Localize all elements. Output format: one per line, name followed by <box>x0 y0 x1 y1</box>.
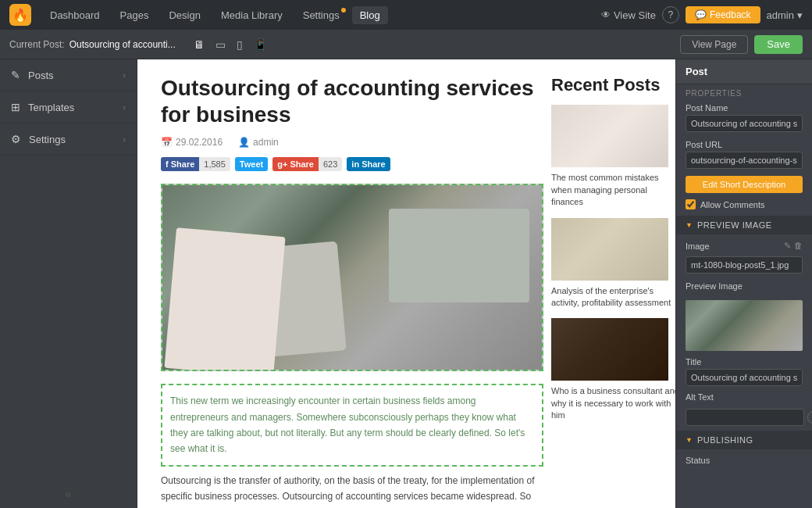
tablet-portrait-icon[interactable]: ▯ <box>234 36 245 53</box>
alt-text-label: Alt Text <box>686 392 803 402</box>
recent-posts-column: Recent Posts The most common mistakes wh… <box>551 75 675 508</box>
blog-content-area: Outsourcing of accounting services for b… <box>137 59 675 508</box>
facebook-share-button[interactable]: f Share 1,585 <box>161 157 230 171</box>
preview-image-label: Preview Image <box>686 281 803 291</box>
current-post-label: Current Post: <box>9 39 65 50</box>
alt-text-input[interactable] <box>686 409 804 426</box>
image-filename-row <box>676 252 812 277</box>
view-page-button[interactable]: View Page <box>680 35 748 54</box>
post-name-label: Post Name <box>686 103 803 113</box>
right-properties-panel: Post PROPERTIES Post Name Post URL Edit … <box>675 59 812 508</box>
alt-text-row: Alt Text <box>676 389 812 407</box>
chevron-down-icon: ▼ <box>686 221 693 229</box>
preview-image-thumbnail <box>686 300 803 351</box>
keyboard-visual <box>389 209 529 302</box>
help-button[interactable]: ? <box>662 6 679 23</box>
current-post-title: Outsourcing of accounti... <box>69 39 176 50</box>
mobile-icon[interactable]: 📱 <box>251 36 269 53</box>
blog-date: 📅 29.02.2016 <box>161 137 223 148</box>
user-icon: 👤 <box>238 137 250 148</box>
sub-navigation: Current Post: Outsourcing of accounti...… <box>0 30 812 59</box>
publishing-label: PUBLISHING <box>697 435 753 445</box>
speech-icon: 💬 <box>695 9 707 20</box>
publishing-toggle[interactable]: ▼ PUBLISHING <box>676 431 812 449</box>
recent-post-image <box>551 318 668 381</box>
allow-comments-row: Allow Comments <box>676 196 812 213</box>
preview-image-label-row: Preview Image <box>676 277 812 297</box>
title-label: Title <box>686 357 803 367</box>
title-input[interactable] <box>686 369 803 386</box>
device-icons: 🖥 ▭ ▯ 📱 <box>191 36 269 53</box>
admin-menu[interactable]: admin ▾ <box>767 9 803 21</box>
settings-badge <box>341 8 346 13</box>
nav-pages[interactable]: Pages <box>112 6 157 24</box>
image-label-row: Image ✎ 🗑 <box>676 238 812 252</box>
post-name-input[interactable] <box>686 115 803 132</box>
nav-media-library[interactable]: Media Library <box>213 6 290 24</box>
templates-icon: ⊞ <box>11 101 20 113</box>
allow-comments-checkbox[interactable] <box>686 199 696 209</box>
blog-title: Outsourcing of accounting services for b… <box>161 75 543 127</box>
list-item: Who is a business consultant and why it … <box>551 318 675 421</box>
preview-image-toggle[interactable]: ▼ PREVIEW IMAGE <box>676 216 812 234</box>
alt-text-input-row: ? <box>676 407 812 428</box>
publishing-section: ▼ PUBLISHING <box>676 431 812 449</box>
sidebar-item-posts[interactable]: ✎ Posts › <box>0 59 137 91</box>
sidebar-item-templates[interactable]: ⊞ Templates › <box>0 91 137 123</box>
feedback-button[interactable]: 💬 Feedback <box>686 6 760 23</box>
calendar-icon: 📅 <box>161 137 173 148</box>
properties-section-label: PROPERTIES <box>676 84 812 99</box>
blog-body-text: Outsourcing is the transfer of authority… <box>161 473 543 508</box>
edit-image-icon[interactable]: ✎ <box>784 241 791 251</box>
linkedin-share-button[interactable]: in Share <box>347 157 390 171</box>
chevron-right-icon: › <box>123 134 126 144</box>
view-site-button[interactable]: 👁 View Site <box>601 9 656 21</box>
li-label: in Share <box>347 157 390 171</box>
googleplus-share-button[interactable]: g+ Share 623 <box>272 157 342 171</box>
image-label: Image <box>686 241 710 251</box>
gp-label: g+ Share <box>272 157 319 171</box>
blog-author: 👤 admin <box>238 137 279 148</box>
chevron-right-icon: › <box>123 70 126 80</box>
title-row: Title <box>676 354 812 389</box>
post-url-input[interactable] <box>686 152 803 169</box>
sidebar-item-settings[interactable]: ⚙ Settings › <box>0 123 137 156</box>
app-logo: 🔥 <box>9 4 31 26</box>
notebook-visual <box>164 227 285 371</box>
eye-icon: 👁 <box>601 9 611 20</box>
recent-post-text: Analysis of the enterprise's activity, p… <box>551 285 675 309</box>
tablet-landscape-icon[interactable]: ▭ <box>213 36 228 53</box>
nav-design[interactable]: Design <box>161 6 208 24</box>
alt-text-help-icon[interactable]: ? <box>807 411 812 424</box>
edit-short-description-button[interactable]: Edit Short Description <box>686 176 803 193</box>
blog-intro-text: This new term we increasingly encounter … <box>161 384 543 467</box>
nav-blog[interactable]: Blog <box>352 6 388 24</box>
recent-post-text: Who is a business consultant and why it … <box>551 385 675 421</box>
allow-comments-label: Allow Comments <box>700 200 765 209</box>
preview-image-title: PREVIEW IMAGE <box>697 220 772 230</box>
chevron-down-icon: ▼ <box>686 436 693 444</box>
fb-count: 1,585 <box>199 157 230 171</box>
twitter-share-button[interactable]: Tweet <box>235 157 268 171</box>
delete-image-icon[interactable]: 🗑 <box>794 241 803 251</box>
top-navigation: 🔥 Dashboard Pages Design Media Library S… <box>0 0 812 30</box>
social-share-buttons: f Share 1,585 Tweet g+ Share 623 in Shar… <box>161 157 543 171</box>
list-item: Analysis of the enterprise's activity, p… <box>551 218 675 309</box>
nav-dashboard[interactable]: Dashboard <box>42 6 108 24</box>
nav-settings[interactable]: Settings <box>295 6 347 24</box>
sidebar-item-label: Settings <box>29 134 123 145</box>
collapse-sidebar-button[interactable]: « <box>0 480 137 508</box>
recent-posts-title: Recent Posts <box>551 75 675 95</box>
blog-image-placeholder <box>162 185 543 371</box>
blog-featured-image <box>161 184 543 371</box>
status-label: Status <box>676 453 812 467</box>
post-url-row: Post URL <box>676 136 812 173</box>
post-name-row: Post Name <box>676 99 812 136</box>
blog-meta: 📅 29.02.2016 👤 admin <box>161 137 543 148</box>
image-filename-input[interactable] <box>686 256 803 274</box>
desktop-icon[interactable]: 🖥 <box>191 36 207 53</box>
save-button[interactable]: Save <box>754 35 803 54</box>
gp-count: 623 <box>319 157 342 171</box>
sidebar: ✎ Posts › ⊞ Templates › ⚙ Settings › « <box>0 59 137 508</box>
chevron-down-icon: ▾ <box>797 9 803 21</box>
